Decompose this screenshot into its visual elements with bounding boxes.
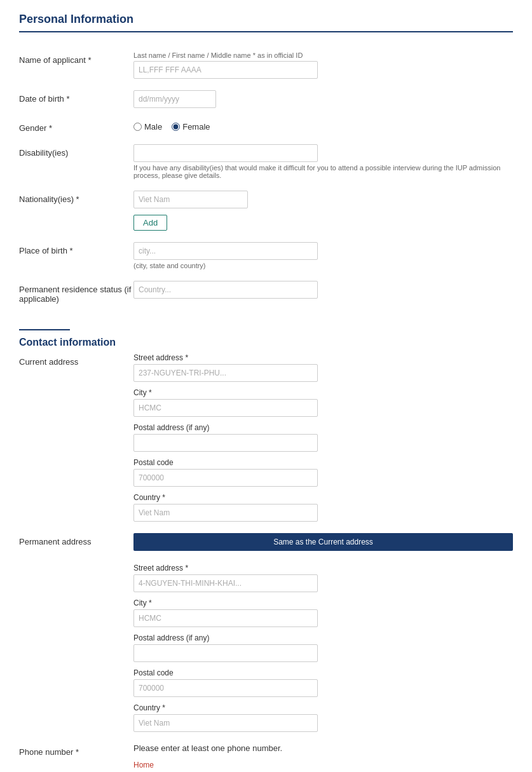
perm-postal-code-group: Postal code [133, 668, 513, 697]
name-row: Name of applicant * Last name / First na… [19, 51, 513, 79]
city-group: City * [133, 388, 513, 417]
postal-code-group: Postal code [133, 458, 513, 487]
name-sublabel: Last name / First name / Middle name * a… [133, 51, 513, 59]
home-phone-label: Home [133, 761, 513, 769]
contact-info-title: Contact information [19, 337, 513, 348]
add-nationality-button[interactable]: Add [133, 215, 167, 231]
place-of-birth-label: Place of birth * [19, 242, 133, 255]
postal-address-label: Postal address (if any) [133, 423, 513, 432]
disability-input[interactable] [133, 144, 318, 162]
permanent-address-row: Permanent address Same as the Current ad… [19, 533, 513, 732]
country-group: Country * [133, 493, 513, 522]
postal-address-group: Postal address (if any) [133, 423, 513, 452]
phone-row: Phone number * Please enter at least one… [19, 743, 513, 772]
gender-male-option[interactable]: Male [133, 122, 162, 132]
nationality-label: Nationality(ies) * [19, 191, 133, 204]
perm-residence-field [133, 281, 513, 299]
phone-instruction: Please enter at least one phone number. [133, 743, 513, 753]
name-input[interactable] [133, 61, 318, 79]
contact-section-divider [19, 329, 70, 330]
country-label: Country * [133, 493, 513, 502]
phone-label: Phone number * [19, 743, 133, 757]
city-label: City * [133, 388, 513, 397]
perm-country-group: Country * [133, 703, 513, 732]
country-input[interactable] [133, 504, 318, 522]
name-label: Name of applicant * [19, 51, 133, 65]
phone-field: Please enter at least one phone number. … [133, 743, 513, 772]
postal-code-input[interactable] [133, 469, 318, 487]
perm-street-label: Street address * [133, 564, 513, 572]
nationality-row: Nationality(ies) * Add [19, 191, 513, 231]
permanent-address-label: Permanent address [19, 533, 133, 546]
permanent-address-field: Same as the Current address Street addre… [133, 533, 513, 732]
gender-male-radio[interactable] [133, 123, 142, 131]
street-label: Street address * [133, 353, 513, 362]
city-input[interactable] [133, 399, 318, 417]
personal-info-section: Name of applicant * Last name / First na… [19, 51, 513, 304]
dob-label: Date of birth * [19, 90, 133, 104]
gender-row: Gender * Male Female [19, 119, 513, 133]
perm-city-group: City * [133, 599, 513, 627]
nationality-field: Add [133, 191, 513, 231]
dob-row: Date of birth * [19, 90, 513, 108]
perm-country-label: Country * [133, 703, 513, 712]
gender-female-label: Female [182, 122, 210, 132]
perm-residence-row: Permanent residence status (if applicabl… [19, 281, 513, 304]
place-of-birth-input[interactable] [133, 242, 318, 260]
current-address-field: Street address * City * Postal address (… [133, 353, 513, 522]
perm-city-input[interactable] [133, 609, 318, 627]
section-divider [19, 31, 513, 32]
nationality-input[interactable] [133, 191, 248, 208]
disability-label: Disability(ies) [19, 144, 133, 158]
gender-field: Male Female [133, 119, 513, 132]
place-of-birth-field: (city, state and country) [133, 242, 513, 269]
perm-residence-label: Permanent residence status (if applicabl… [19, 281, 133, 304]
perm-postal-address-input[interactable] [133, 644, 318, 662]
dob-field [133, 90, 513, 108]
perm-country-input[interactable] [133, 714, 318, 732]
gender-female-radio[interactable] [172, 123, 180, 131]
disability-hint: If you have any disability(ies) that wou… [133, 164, 513, 179]
name-field: Last name / First name / Middle name * a… [133, 51, 513, 79]
perm-postal-address-group: Postal address (if any) [133, 633, 513, 662]
perm-street-group: Street address * [133, 564, 513, 592]
same-as-current-button[interactable]: Same as the Current address [133, 533, 513, 551]
perm-postal-address-label: Postal address (if any) [133, 633, 513, 642]
current-address-label: Current address [19, 353, 133, 367]
street-group: Street address * [133, 353, 513, 382]
disability-field: If you have any disability(ies) that wou… [133, 144, 513, 179]
contact-info-section: Current address Street address * City * … [19, 353, 513, 772]
place-of-birth-row: Place of birth * (city, state and countr… [19, 242, 513, 269]
gender-label: Gender * [19, 119, 133, 133]
postal-code-label: Postal code [133, 458, 513, 467]
page-title: Personal Information [19, 13, 513, 26]
postal-address-input[interactable] [133, 434, 318, 452]
perm-postal-code-input[interactable] [133, 679, 318, 697]
place-of-birth-hint: (city, state and country) [133, 262, 513, 269]
perm-city-label: City * [133, 599, 513, 607]
disability-row: Disability(ies) If you have any disabili… [19, 144, 513, 179]
gender-male-label: Male [144, 122, 162, 132]
current-address-row: Current address Street address * City * … [19, 353, 513, 522]
dob-input[interactable] [133, 90, 216, 108]
perm-street-input[interactable] [133, 574, 318, 592]
perm-postal-code-label: Postal code [133, 668, 513, 677]
perm-residence-input[interactable] [133, 281, 318, 299]
street-input[interactable] [133, 364, 318, 382]
gender-female-option[interactable]: Female [172, 122, 210, 132]
